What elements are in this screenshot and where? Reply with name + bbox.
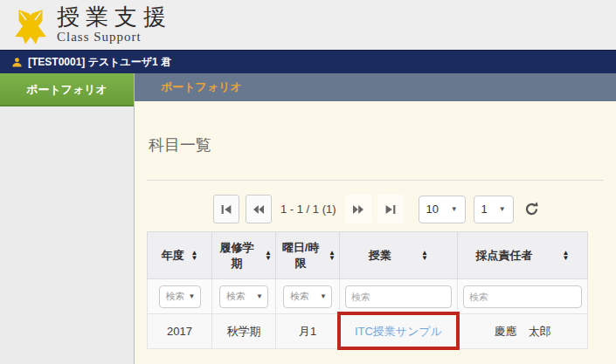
content-area: ポートフォリオ 科目一覧 1 - 1 / 1 (1) xyxy=(135,73,616,364)
sidebar: ポートフォリオ xyxy=(0,73,135,364)
sort-icon[interactable]: ▲▼ xyxy=(421,251,428,261)
filter-placeholder: 検索 xyxy=(166,290,185,303)
table-header-row: 年度 ▲▼ 履修学期 ▲▼ 曜日/時限 ▲▼ 授業 xyxy=(148,232,588,279)
sort-icon[interactable]: ▲▼ xyxy=(329,251,336,261)
app-logo-icon xyxy=(9,3,52,47)
app-header: 授業支援 Class Support xyxy=(0,0,616,50)
sidebar-item-portfolio[interactable]: ポートフォリオ xyxy=(0,73,134,106)
sort-icon[interactable]: ▲▼ xyxy=(265,251,272,261)
previous-page-button[interactable] xyxy=(246,195,272,223)
first-page-icon xyxy=(220,203,232,216)
column-label: 曜日/時限 xyxy=(280,240,322,271)
year-filter-select[interactable]: 検索 ▼ xyxy=(159,285,201,308)
chevron-down-icon: ▼ xyxy=(256,292,263,300)
pagination-range-label: 1 - 1 / 1 (1) xyxy=(280,203,336,216)
chevron-down-icon: ▼ xyxy=(320,292,327,300)
user-name-label: [TEST0001] テストユーザ1 君 xyxy=(28,55,171,70)
grader-cell: 慶應 太郎 xyxy=(458,314,588,349)
sort-icon[interactable]: ▲▼ xyxy=(563,251,570,261)
column-label: 履修学期 xyxy=(216,240,258,271)
breadcrumb-bar: ポートフォリオ xyxy=(135,73,616,101)
column-label: 授業 xyxy=(369,248,391,264)
next-page-icon xyxy=(352,203,364,216)
chevron-down-icon: ▼ xyxy=(499,205,506,213)
grader-filter-input[interactable] xyxy=(463,285,582,308)
next-page-button[interactable] xyxy=(345,195,371,223)
pagination: 1 - 1 / 1 (1) 10 ▼ 1 ▼ xyxy=(213,195,604,223)
column-header-grader[interactable]: 採点責任者 ▲▼ xyxy=(458,232,588,279)
last-page-button[interactable] xyxy=(377,195,404,223)
column-label: 年度 xyxy=(162,248,184,264)
year-cell: 2017 xyxy=(148,314,212,349)
sort-icon[interactable]: ▲▼ xyxy=(191,251,198,261)
table-row: 2017 秋学期 月1 ITC授業サンプル 慶應 太郎 xyxy=(148,314,588,349)
brand-block: 授業支援 Class Support xyxy=(57,5,172,45)
user-icon xyxy=(11,57,23,68)
chevron-down-icon: ▼ xyxy=(189,292,196,300)
filter-placeholder: 検索 xyxy=(290,290,309,303)
column-header-year[interactable]: 年度 ▲▼ xyxy=(148,232,212,279)
course-filter-input[interactable] xyxy=(345,285,452,308)
page-size-select[interactable]: 10 ▼ xyxy=(419,196,466,223)
chevron-down-icon: ▼ xyxy=(451,205,458,213)
column-header-day-period[interactable]: 曜日/時限 ▲▼ xyxy=(276,232,340,279)
period-cell: 月1 xyxy=(276,314,340,349)
refresh-icon xyxy=(524,202,539,216)
last-page-icon xyxy=(384,203,397,216)
course-link-cell: ITC授業サンプル xyxy=(340,314,458,349)
semester-cell: 秋学期 xyxy=(212,314,276,349)
semester-filter-select[interactable]: 検索 ▼ xyxy=(219,285,268,308)
page-size-value: 10 xyxy=(426,203,439,216)
column-label: 採点責任者 xyxy=(476,248,533,264)
first-page-button[interactable] xyxy=(213,195,239,223)
page-number-select[interactable]: 1 ▼ xyxy=(474,196,514,223)
previous-page-icon xyxy=(253,203,265,216)
page-title: 科目一覧 xyxy=(149,134,604,155)
column-header-semester[interactable]: 履修学期 ▲▼ xyxy=(212,232,276,279)
app-subtitle: Class Support xyxy=(57,30,172,45)
breadcrumb-title: ポートフォリオ xyxy=(161,80,242,93)
course-link[interactable]: ITC授業サンプル xyxy=(355,325,442,338)
refresh-button[interactable] xyxy=(524,202,539,216)
column-header-course[interactable]: 授業 ▲▼ xyxy=(340,232,458,279)
filter-row: 検索 ▼ 検索 ▼ 検索 xyxy=(148,279,588,314)
day-period-filter-select[interactable]: 検索 ▼ xyxy=(283,285,332,308)
filter-placeholder: 検索 xyxy=(226,290,246,303)
page-number-value: 1 xyxy=(481,203,488,216)
course-table: 年度 ▲▼ 履修学期 ▲▼ 曜日/時限 ▲▼ 授業 xyxy=(147,231,588,349)
user-bar: [TEST0001] テストユーザ1 君 xyxy=(0,50,616,73)
app-title: 授業支援 xyxy=(57,5,172,29)
divider xyxy=(147,180,604,181)
